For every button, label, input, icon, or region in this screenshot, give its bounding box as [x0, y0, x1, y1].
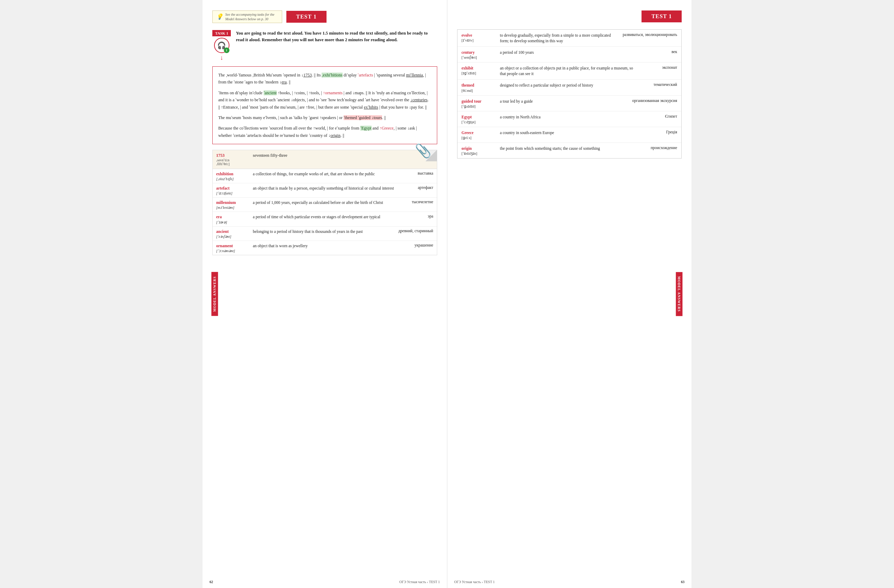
vocab-trans-century: век — [642, 50, 677, 54]
artefacts-highlight: ˈartefacts — [358, 72, 373, 77]
vocab-phonetic-artefact: [ˈɑːtɪfækt] — [216, 191, 249, 195]
arrow-down-icon: ↓ — [220, 54, 223, 61]
vocab-word-col-exhibition: exhibition [ˌeksɪˈbɪʃn] — [216, 171, 249, 181]
vocab-row-themed: themed [θiːmd] designed to reflect a par… — [458, 80, 682, 95]
egypt-highlight: ˈEgypt — [360, 126, 371, 131]
left-page-footer: 62 ОГЭ Устная часть › TEST 1 — [202, 580, 447, 584]
vocab-trans-greece: Греція — [642, 130, 677, 134]
greece-highlight: ↑Greece — [380, 126, 394, 131]
vocab-def-ancient: belonging to a period of history that is… — [253, 229, 395, 234]
vocab-table-right: evolve [ɪˈvɒlv] to develop gradually, es… — [457, 29, 682, 158]
vocab-word-col-artefact: artefact [ˈɑːtɪfækt] — [216, 185, 249, 195]
year-definition: seventeen fifty-three — [253, 153, 402, 166]
vocab-row-evolve: evolve [ɪˈvɒlv] to develop gradually, es… — [458, 30, 682, 47]
vocab-row-century: century [ˈsentʃəri] a period of 100 year… — [458, 47, 682, 62]
reading-para-4: Because the coˈllections were ˈsourced f… — [218, 125, 431, 139]
origin-underline: origin — [330, 133, 340, 138]
year-highlight: 1753 — [304, 72, 312, 77]
vocab-trans-origin: происхождение — [642, 146, 677, 150]
vocab-row-era: era [ˈɪərə] a period of time of which pa… — [213, 212, 437, 226]
left-page: MODEL ANSWERS 💡 See the accompanying tas… — [202, 0, 447, 588]
clip-icon: 📎 — [415, 143, 431, 158]
tip-text: See the accompanying tasks for the Model… — [225, 12, 278, 21]
vocab-phonetic-era: [ˈɪərə] — [216, 220, 249, 224]
right-header: TEST 1 — [457, 11, 682, 23]
reading-para-2: ˈItems on diˈsplay inˈclude ˈancient ↑bo… — [218, 89, 431, 111]
vocab-row-exhibit: exhibit [ɪɡˈzɪbɪt] an object or a collec… — [458, 62, 682, 80]
year-phonetic2: ˌfiftiˈθriː] — [216, 162, 249, 166]
vocab-phonetic-evolve: [ɪˈvɒlv] — [462, 38, 497, 42]
vocab-row-origin: origin [ˈɒrɪdʒɪn] the point from which s… — [458, 143, 682, 158]
vocab-phonetic-ornament: [ˈɔːnəmənt] — [216, 249, 249, 253]
task-instruction: You are going to read the text aloud. Yo… — [236, 30, 437, 61]
vocab-word-exhibit: exhibit — [462, 65, 497, 71]
vocab-def-era: a period of time of which particular eve… — [253, 214, 402, 220]
vocab-def-origin: the point from which something starts; t… — [500, 146, 639, 151]
vocab-trans-themed: тематический — [642, 82, 677, 87]
reading-para-1: The ˌworld-ˈfamous ˌBritish Muˈseum ˈope… — [218, 72, 431, 86]
themed-guided-highlight: ˈthemed ˈguided ↓tours — [344, 115, 382, 120]
task-icon-area: TASK 1 🎧 1 ↓ — [212, 30, 231, 61]
year-word: 1753 — [216, 153, 249, 158]
vocab-word-themed: themed — [462, 82, 497, 88]
vocab-phonetic-egypt: [ˈiːdʒɪpt] — [462, 120, 497, 124]
right-page-footer: ОГЭ Устная часть › TEST 1 63 — [447, 580, 692, 584]
vocab-phonetic-exhibit: [ɪɡˈzɪbɪt] — [462, 71, 497, 75]
vocab-def-millennium: a period of 1,000 years, especially as c… — [253, 200, 402, 205]
vocab-def-ornament: an object that is worn as jewellery — [253, 243, 402, 249]
vocab-word-ancient: ancient — [216, 229, 249, 234]
vocab-word-century: century — [462, 50, 497, 55]
vocab-word-col-exhibit: exhibit [ɪɡˈzɪbɪt] — [462, 65, 497, 75]
task-label: TASK 1 — [212, 30, 231, 36]
era-underline: era — [281, 80, 287, 84]
vocab-phonetic-greece: [ɡriːs] — [462, 136, 497, 140]
vocab-row-ornament: ornament [ˈɔːnəmənt] an object that is w… — [213, 241, 437, 255]
vocab-word-col-guided-tour: guided tour [ˈɡaɪdɪd] — [462, 98, 497, 108]
vocab-word-col-evolve: evolve [ɪˈvɒlv] — [462, 32, 497, 42]
vocab-def-century: a period of 100 years — [500, 50, 639, 55]
vocab-phonetic-origin: [ˈɒrɪdʒɪn] — [462, 151, 497, 155]
vocab-word-col-ancient: ancient [ˈeɪnʃənt] — [216, 229, 249, 238]
left-breadcrumb: ОГЭ Устная часть › TEST 1 — [399, 580, 439, 584]
vocab-def-egypt: a country in North Africa — [500, 114, 639, 120]
test-badge-left: TEST 1 — [286, 11, 326, 23]
headphones-badge: 1 — [224, 47, 230, 53]
year-phonetic1: ˌsevnˈtiːn — [216, 158, 249, 162]
model-answers-label-right: MODEL ANSWERS — [676, 272, 683, 316]
vocab-word-col-greece: Greece [ɡriːs] — [462, 130, 497, 140]
vocab-word-col-era: era [ˈɪərə] — [216, 214, 249, 224]
vocab-word-guided-tour: guided tour — [462, 98, 497, 104]
vocab-word-col-ornament: ornament [ˈɔːnəmənt] — [216, 243, 249, 253]
vocab-def-evolve: to develop gradually, especially from a … — [500, 32, 619, 44]
reading-box: The ˌworld-ˈfamous ˌBritish Muˈseum ˈope… — [212, 66, 437, 144]
vocab-word-evolve: evolve — [462, 32, 497, 38]
model-answers-label-left: MODEL ANSWERS — [211, 272, 218, 316]
vocab-word-col-millennium: millennium [mɪˈleniəm] — [216, 200, 249, 210]
year-word-col: 1753 ˌsevnˈtiːn ˌfiftiˈθriː] — [216, 153, 249, 166]
vocab-word-col-egypt: Egypt [ˈiːdʒɪpt] — [462, 114, 497, 124]
vocab-trans-ornament: украшение — [405, 243, 433, 247]
vocab-word-greece: Greece — [462, 130, 497, 136]
vocab-trans-guided-tour: организованная экскурсия — [632, 98, 677, 103]
vocab-def-guided-tour: a tour led by a guide — [500, 98, 629, 104]
task-instruction-bold: You are going to read the text aloud. Yo… — [236, 31, 427, 42]
vocab-word-col-century: century [ˈsentʃəri] — [462, 50, 497, 59]
reading-para-3: The muˈseum ˈhosts many eˈlvents, | such… — [218, 114, 431, 121]
vocab-trans-exhibition: выставка — [405, 171, 433, 175]
vocab-word-artefact: artefact — [216, 185, 249, 191]
vocab-row-greece: Greece [ɡriːs] a country in south-easter… — [458, 127, 682, 143]
ancient-highlight: ˈancient — [264, 90, 277, 95]
vocab-trans-artefact: артефакт — [405, 185, 433, 190]
vocab-word-ornament: ornament — [216, 243, 249, 249]
tip-box: 💡 See the accompanying tasks for the Mod… — [212, 11, 282, 23]
vocab-def-exhibition: a collection of things, for example work… — [253, 171, 402, 177]
vocab-row-ancient: ancient [ˈeɪnʃənt] belonging to a period… — [213, 227, 437, 241]
vocab-word-col-origin: origin [ˈɒrɪdʒɪn] — [462, 146, 497, 155]
vocab-trans-exhibit: экспонат — [642, 65, 677, 69]
task-section: TASK 1 🎧 1 ↓ You are going to read the t… — [212, 30, 437, 61]
exhibits-underline: exˈhibits — [364, 105, 378, 110]
vocab-row-egypt: Egypt [ˈiːdʒɪpt] a country in North Afri… — [458, 112, 682, 127]
headphones-icon: 🎧 1 — [214, 38, 230, 53]
vocab-word-egypt: Egypt — [462, 114, 497, 120]
left-header: 💡 See the accompanying tasks for the Mod… — [212, 11, 437, 23]
